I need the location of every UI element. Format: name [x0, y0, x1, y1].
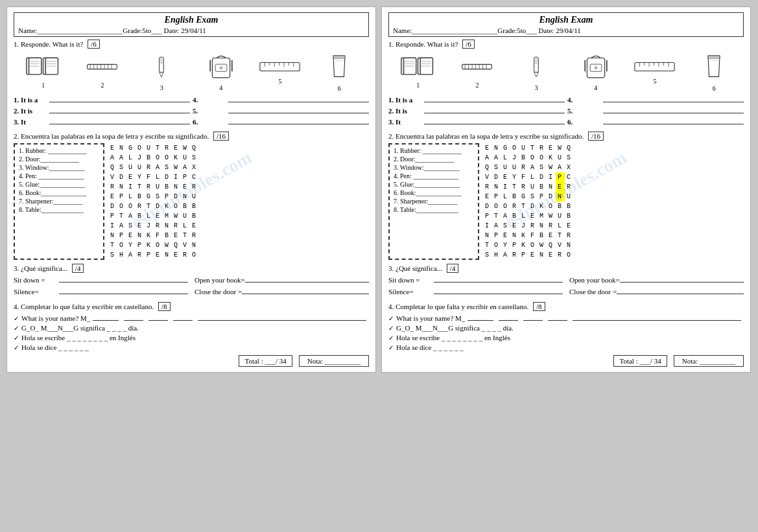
- grid-cell: T: [145, 202, 154, 211]
- grid-cell: K: [519, 231, 528, 240]
- grid-cell: D: [547, 192, 556, 202]
- grid-cell: E: [126, 231, 136, 240]
- page-container: eslprintables.com English Exam Name:____…: [6, 6, 752, 373]
- grid-cell: A: [117, 153, 126, 163]
- grid-cell: O: [154, 153, 163, 163]
- grid-cell: A: [492, 221, 501, 231]
- grid-cell: B: [163, 182, 172, 192]
- svg-rect-70: [708, 56, 720, 58]
- grid-cell: B: [565, 211, 574, 221]
- grid-cell: N: [181, 192, 190, 202]
- grid-row: RNITRUBNER: [108, 182, 199, 192]
- phrase-closedoor-left: Close the door =: [195, 286, 369, 295]
- grid-cell: R: [136, 202, 145, 211]
- grid-cell: A: [181, 163, 190, 172]
- phrase-silence-left: Silence=: [14, 286, 188, 295]
- grid-cell: O: [547, 202, 556, 211]
- grid-cell: E: [154, 250, 163, 260]
- grid-cell: D: [154, 202, 163, 211]
- grid-cell: R: [510, 202, 519, 211]
- grid-row: PTABLEMWUB: [483, 211, 574, 221]
- grid-row: TOYPKOWQVN: [108, 240, 199, 250]
- grid-cell: D: [492, 172, 501, 182]
- img-ruler-left: 5: [257, 59, 303, 85]
- section4-right: 4. Completar lo que falta y escribir en …: [388, 302, 744, 351]
- grid-cell: K: [538, 202, 547, 211]
- grid-cell: N: [117, 182, 126, 192]
- grid-cell: J: [519, 221, 528, 231]
- grid-cell: Q: [483, 163, 492, 172]
- grid-cell: O: [528, 240, 538, 250]
- wordsearch-left: 1. Rubber: ____________ 2. Door:________…: [14, 143, 369, 260]
- backpack-icon-left: [208, 52, 234, 82]
- grid-cell: U: [136, 163, 145, 172]
- grid-cell: T: [154, 143, 163, 153]
- grid-cell: D: [108, 202, 117, 211]
- grid-cell: Q: [108, 163, 117, 172]
- grid-cell: A: [126, 211, 136, 221]
- grid-cell: O: [117, 240, 126, 250]
- grid-cell: S: [538, 163, 547, 172]
- complete-1-right: ✓ What is your name? M_: [388, 313, 744, 322]
- grid-cell: S: [154, 192, 163, 202]
- grid-row: SHARPENERO: [108, 250, 199, 260]
- grid-cell: A: [492, 153, 501, 163]
- grid-cell: H: [492, 250, 501, 260]
- grid-cell: V: [483, 172, 492, 182]
- answer-line-3-left: 3. It: [14, 117, 190, 126]
- grid-cell: L: [154, 172, 163, 182]
- img-ruler-right: 5: [632, 59, 678, 85]
- grid-cell: T: [117, 211, 126, 221]
- grid-cell: P: [145, 250, 154, 260]
- grid-cell: W: [556, 143, 565, 153]
- grid-cell: L: [501, 192, 510, 202]
- complete-1-left: ✓ What is your name? M_: [14, 313, 369, 322]
- section2-title-left: 2. Encuentra las palabras en la sopa de …: [14, 132, 369, 141]
- grid-cell: K: [163, 202, 172, 211]
- grid-row: ENGOUTREWQ: [483, 143, 574, 153]
- svg-marker-55: [534, 72, 539, 76]
- grid-cell: N: [483, 231, 492, 240]
- word-list-right: 1. Rubber: ____________ 2. Door:________…: [388, 143, 479, 260]
- grid-row: VDEYFLDIPC: [483, 172, 574, 182]
- grid-cell: I: [172, 172, 181, 182]
- grid-cell: U: [154, 182, 163, 192]
- section4-title-left: 4. Completar lo que falta y escribir en …: [14, 302, 369, 311]
- grid-row: IASEJRNRLE: [108, 221, 199, 231]
- meta-left: Name:________________________Grade:5to__…: [18, 27, 364, 34]
- section1-title-right: 1. Responde. What is it? /6: [388, 40, 744, 49]
- grid-cell: G: [501, 143, 510, 153]
- grid-cell: R: [538, 143, 547, 153]
- grid-row: PTABLEMWUB: [108, 211, 199, 221]
- grid-cell: Y: [126, 240, 136, 250]
- grid-cell: I: [108, 221, 117, 231]
- phrase-silence-right: Silence=: [388, 286, 563, 295]
- grid-cell: L: [126, 192, 136, 202]
- grid-cell: L: [126, 153, 136, 163]
- grid-cell: O: [510, 143, 519, 153]
- phrase-sitdown-right: Sit down =: [388, 275, 563, 284]
- grid-cell: R: [172, 221, 181, 231]
- backpack-icon-right: [583, 52, 609, 82]
- grid-cell: U: [181, 153, 190, 163]
- grid-cell: R: [154, 221, 163, 231]
- grid-cell: E: [172, 143, 181, 153]
- grid-cell: X: [565, 163, 574, 172]
- header-right: English Exam Name:______________________…: [388, 12, 744, 37]
- grid-cell: D: [117, 172, 126, 182]
- grid-cell: R: [565, 182, 574, 192]
- grid-cell: I: [547, 172, 556, 182]
- grid-cell: N: [565, 240, 574, 250]
- grid-cell: G: [519, 192, 528, 202]
- img-backpack-left: 4: [198, 52, 244, 91]
- grid-cell: T: [483, 240, 492, 250]
- grid-cell: A: [501, 250, 510, 260]
- answers-col-right-1: 1. It is a 2. It is 3. It: [388, 95, 565, 128]
- phrases-grid-right: Sit down = Silence= Open your book= Clos…: [388, 275, 744, 298]
- grid-cell: K: [145, 231, 154, 240]
- phrase-openbook-left: Open your book=: [195, 275, 369, 284]
- grid-cell: G: [126, 143, 136, 153]
- title-right: English Exam: [393, 15, 739, 25]
- grid-cell: E: [190, 221, 199, 231]
- grid-cell: N: [556, 192, 565, 202]
